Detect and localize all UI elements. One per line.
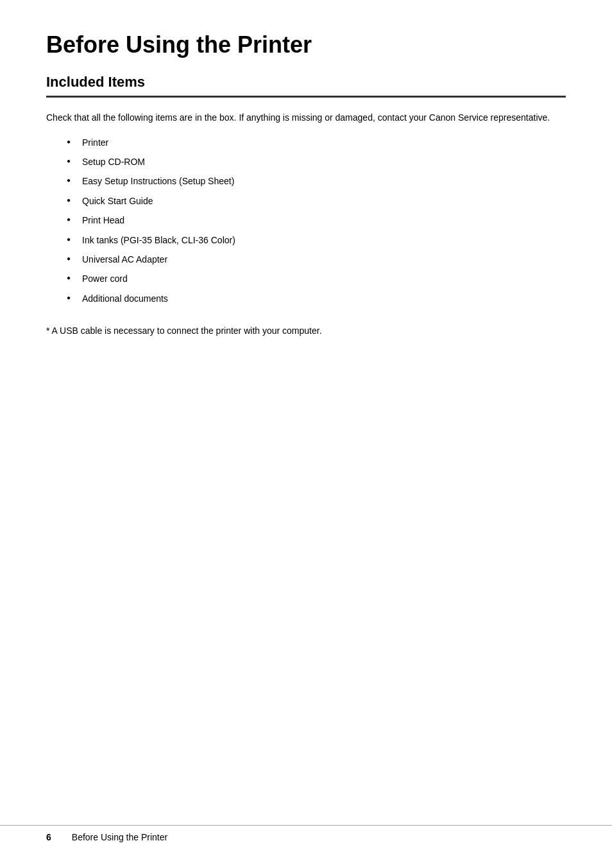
included-items-list: PrinterSetup CD-ROMEasy Setup Instructio… [67, 135, 566, 311]
page-container: Before Using the Printer Included Items … [0, 0, 612, 868]
list-item: Easy Setup Instructions (Setup Sheet) [67, 174, 566, 188]
main-title: Before Using the Printer [46, 31, 566, 58]
list-item: Universal AC Adapter [67, 252, 566, 266]
footer-page-number: 6 [46, 832, 51, 842]
list-item: Power cord [67, 272, 566, 286]
list-item: Setup CD-ROM [67, 155, 566, 169]
list-item: Quick Start Guide [67, 194, 566, 208]
section-heading: Included Items [46, 74, 566, 98]
list-item: Print Head [67, 213, 566, 227]
intro-text: Check that all the following items are i… [46, 110, 566, 125]
page-footer: 6 Before Using the Printer [0, 825, 612, 842]
footnote: * A USB cable is necessary to connect th… [46, 324, 566, 338]
list-item: Additional documents [67, 291, 566, 306]
list-item: Ink tanks (PGI-35 Black, CLI-36 Color) [67, 233, 566, 247]
list-item: Printer [67, 135, 566, 150]
footer-title: Before Using the Printer [72, 832, 167, 842]
